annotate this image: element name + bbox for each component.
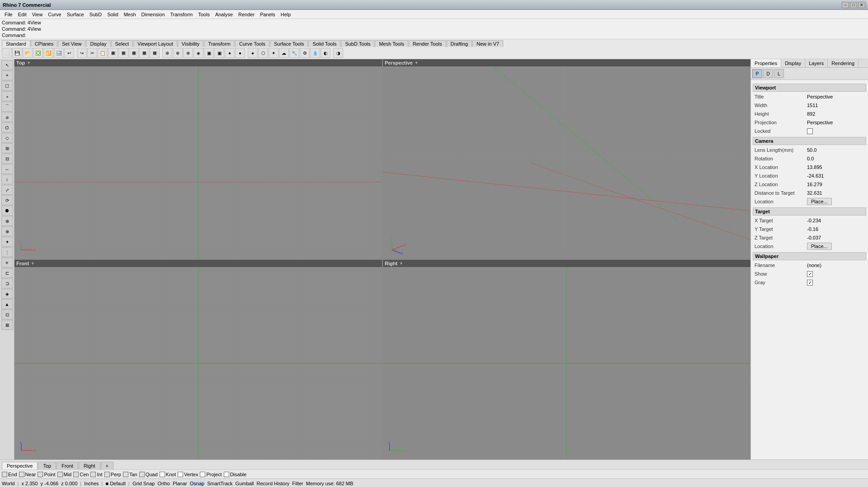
toolbar-tab-new-in-v7[interactable]: New in V7 [472,40,503,47]
osnap-check-perp[interactable] [104,472,110,477]
osnap-check-knot[interactable] [160,472,165,477]
toolbar-btn-1[interactable]: 💾 [12,48,22,58]
viewport-right[interactable]: Right ▼ [383,260,750,460]
toolbar-btn-17[interactable]: ⊕ [183,48,193,58]
toolbar-tab-select[interactable]: Select [111,40,133,47]
toolbar-tab-curve-tools[interactable]: Curve Tools [235,40,269,47]
left-panel-btn-5[interactable]: ⌀ [1,112,13,122]
toolbar-btn-14[interactable]: 🔳 [150,48,160,58]
toolbar-btn-3[interactable]: ❎ [33,48,43,58]
toolbar-btn-31[interactable]: ◑ [333,48,343,58]
rp-tab-layers[interactable]: Layers [805,59,828,67]
rp-checkbox-locked[interactable] [807,128,813,134]
menu-view[interactable]: View [29,11,46,18]
toolbar-btn-8[interactable]: ✂ [87,48,97,58]
rp-tab-display[interactable]: Display [781,59,805,67]
toolbar-btn-12[interactable]: 🔳 [129,48,139,58]
menu-solid[interactable]: Solid [104,11,121,18]
osnap-check-project[interactable] [200,472,205,477]
camera-place-button[interactable]: Place... [807,198,832,205]
left-panel-btn-11[interactable]: ↕ [1,174,13,184]
toolbar-btn-13[interactable]: 🔳 [139,48,149,58]
menu-subd[interactable]: SubD [87,11,105,18]
left-panel-btn-7[interactable]: ◇ [1,133,13,143]
bottom-tab-right[interactable]: Right [79,462,100,469]
toolbar-btn-26[interactable]: ☁ [279,48,289,58]
toolbar-btn-6[interactable]: ↩ [64,48,74,58]
left-panel-btn-19[interactable]: ≡ [1,258,13,267]
toolbar-tab-drafting[interactable]: Drafting [447,40,472,47]
toolbar-btn-15[interactable]: ⊕ [162,48,172,58]
viewport-front-menu-icon[interactable]: ▼ [31,261,35,266]
left-panel-btn-25[interactable]: ⊠ [1,320,13,330]
left-panel-btn-1[interactable]: ⌖ [1,70,13,80]
left-panel-btn-4[interactable]: ⌒ [1,102,13,112]
menu-panels[interactable]: Panels [257,11,278,18]
toolbar-tab-set-view[interactable]: Set View [58,40,85,47]
toolbar-tab-viewport-layout[interactable]: Viewport Layout [133,40,177,47]
toolbar-btn-16[interactable]: ⊕ [173,48,183,58]
toolbar-btn-2[interactable]: 📂 [23,48,33,58]
toolbar-btn-7[interactable]: ↪ [77,48,87,58]
osnap-check-quad[interactable] [139,472,145,477]
left-panel-btn-6[interactable]: ⌬ [1,122,13,132]
maximize-button[interactable]: □ [850,2,857,8]
minimize-button[interactable]: − [842,2,849,8]
viewport-top[interactable]: Top ▼ [14,59,382,259]
toolbar-btn-23[interactable]: ● [248,48,258,58]
left-panel-btn-12[interactable]: ⤢ [1,185,13,195]
toolbar-btn-28[interactable]: ⚙ [300,48,310,58]
menu-curve[interactable]: Curve [45,11,64,18]
osnap-check-point[interactable] [38,472,43,477]
toolbar-btn-4[interactable]: 🔁 [43,48,53,58]
left-panel-btn-15[interactable]: ⊗ [1,216,13,226]
menu-edit[interactable]: Edit [15,11,29,18]
toolbar-btn-9[interactable]: 📋 [98,48,108,58]
left-panel-btn-0[interactable]: ↖ [1,60,13,70]
toolbar-tab-surface-tools[interactable]: Surface Tools [270,40,308,47]
rp-checkbox-show[interactable] [807,271,813,277]
viewport-perspective-menu-icon[interactable]: ▼ [415,61,419,65]
toolbar-tab-visibility[interactable]: Visibility [178,40,204,47]
toolbar-btn-25[interactable]: ✦ [269,48,278,58]
bottom-tab-top[interactable]: Top [38,462,56,469]
toolbar-btn-5[interactable]: 🔙 [54,48,64,58]
rp-display-icon[interactable]: D [763,69,773,78]
left-panel-btn-14[interactable]: ⚈ [1,206,13,216]
viewport-front[interactable]: Front ▼ [14,260,382,460]
menu-analyse[interactable]: Analyse [212,11,236,18]
grid-snap-btn[interactable]: Grid Snap [132,481,155,486]
toolbar-btn-27[interactable]: 🔧 [289,48,299,58]
left-panel-btn-18[interactable]: ⋮ [1,247,13,257]
left-panel-btn-8[interactable]: ⊞ [1,143,13,153]
viewport-top-menu-icon[interactable]: ▼ [27,61,31,65]
viewport-perspective[interactable]: Perspective ▼ [383,59,750,259]
left-panel-btn-24[interactable]: ⊡ [1,310,13,319]
filter-btn[interactable]: Filter [292,481,303,486]
menu-tools[interactable]: Tools [195,11,212,18]
toolbar-btn-21[interactable]: ● [225,48,235,58]
rp-tab-properties[interactable]: Properties [751,59,781,67]
left-panel-btn-10[interactable]: ↔ [1,164,13,174]
toolbar-tab-render-tools[interactable]: Render Tools [409,40,446,47]
bottom-tab-front[interactable]: Front [57,462,78,469]
target-place-button[interactable]: Place... [807,243,832,250]
toolbar-btn-18[interactable]: ◈ [193,48,203,58]
gumball-btn[interactable]: Gumball [236,481,254,486]
osnap-check-end[interactable] [2,472,7,477]
record-btn[interactable]: Record History [257,481,290,486]
osnap-check-near[interactable] [19,472,24,477]
toolbar-tab-standard[interactable]: Standard [2,40,30,47]
menu-dimension[interactable]: Dimension [139,11,168,18]
toolbar-btn-0[interactable]: ⬜ [2,48,12,58]
left-panel-btn-13[interactable]: ⟳ [1,195,13,205]
viewport-right-menu-icon[interactable]: ▼ [399,261,403,266]
toolbar-tab-subd-tools[interactable]: SubD Tools [341,40,374,47]
rp-layers-icon[interactable]: L [774,69,784,78]
osnap-check-int[interactable] [90,472,96,477]
osnap-check-disable[interactable] [224,472,229,477]
menu-surface[interactable]: Surface [64,11,87,18]
rp-checkbox-gray[interactable] [807,280,813,286]
bottom-tab-perspective[interactable]: Perspective [2,462,38,469]
toolbar-btn-29[interactable]: 💧 [310,48,320,58]
